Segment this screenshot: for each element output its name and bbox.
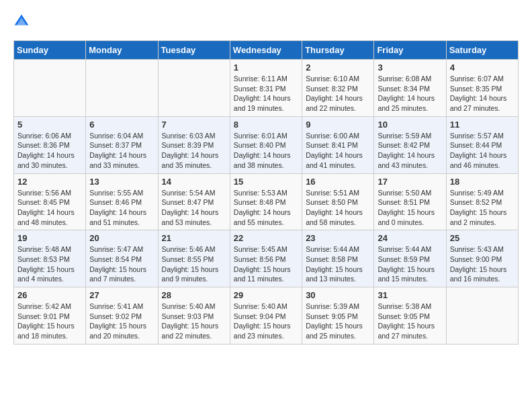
day-of-week-monday: Monday [86,41,158,60]
day-of-week-sunday: Sunday [14,41,86,60]
calendar-table: SundayMondayTuesdayWednesdayThursdayFrid… [13,40,519,345]
calendar-week-4: 19Sunrise: 5:48 AM Sunset: 8:53 PM Dayli… [14,230,519,287]
day-info: Sunrise: 6:06 AM Sunset: 8:36 PM Dayligh… [17,131,82,171]
calendar-cell: 5Sunrise: 6:06 AM Sunset: 8:36 PM Daylig… [14,116,86,173]
day-number: 22 [234,233,298,243]
day-number: 8 [234,120,298,130]
day-info: Sunrise: 5:54 AM Sunset: 8:47 PM Dayligh… [162,188,226,228]
calendar-cell: 7Sunrise: 6:03 AM Sunset: 8:39 PM Daylig… [158,116,230,173]
calendar-cell: 23Sunrise: 5:44 AM Sunset: 8:58 PM Dayli… [302,230,374,287]
calendar-cell: 22Sunrise: 5:45 AM Sunset: 8:56 PM Dayli… [230,230,302,287]
day-number: 14 [162,177,226,187]
day-number: 12 [17,177,82,187]
calendar-cell: 26Sunrise: 5:42 AM Sunset: 9:01 PM Dayli… [14,287,86,345]
day-info: Sunrise: 5:43 AM Sunset: 9:00 PM Dayligh… [450,244,515,284]
day-info: Sunrise: 5:59 AM Sunset: 8:42 PM Dayligh… [378,131,442,171]
day-info: Sunrise: 5:47 AM Sunset: 8:54 PM Dayligh… [89,244,154,284]
day-info: Sunrise: 6:04 AM Sunset: 8:37 PM Dayligh… [89,131,154,171]
calendar-cell: 19Sunrise: 5:48 AM Sunset: 8:53 PM Dayli… [14,230,86,287]
day-number: 31 [378,290,442,300]
calendar-cell: 9Sunrise: 6:00 AM Sunset: 8:41 PM Daylig… [302,116,374,173]
day-info: Sunrise: 5:53 AM Sunset: 8:48 PM Dayligh… [234,188,298,228]
day-number: 15 [234,177,298,187]
day-number: 11 [450,120,515,130]
day-number: 23 [306,233,370,243]
calendar-cell: 12Sunrise: 5:56 AM Sunset: 8:45 PM Dayli… [14,173,86,230]
day-number: 3 [378,62,442,73]
calendar-cell: 15Sunrise: 5:53 AM Sunset: 8:48 PM Dayli… [230,173,302,230]
day-number: 19 [17,233,82,243]
calendar-cell: 11Sunrise: 5:57 AM Sunset: 8:44 PM Dayli… [446,116,518,173]
calendar-cell [158,60,230,117]
day-number: 20 [89,233,154,243]
day-info: Sunrise: 5:45 AM Sunset: 8:56 PM Dayligh… [234,244,298,284]
day-of-week-friday: Friday [374,41,446,60]
calendar-cell: 18Sunrise: 5:49 AM Sunset: 8:52 PM Dayli… [446,173,518,230]
calendar-cell: 30Sunrise: 5:39 AM Sunset: 9:05 PM Dayli… [302,287,374,345]
calendar-cell: 21Sunrise: 5:46 AM Sunset: 8:55 PM Dayli… [158,230,230,287]
calendar-week-1: 1Sunrise: 6:11 AM Sunset: 8:31 PM Daylig… [14,60,519,117]
calendar-cell [446,287,518,345]
calendar-cell: 31Sunrise: 5:38 AM Sunset: 9:05 PM Dayli… [374,287,446,345]
calendar-cell: 25Sunrise: 5:43 AM Sunset: 9:00 PM Dayli… [446,230,518,287]
day-info: Sunrise: 5:44 AM Sunset: 8:58 PM Dayligh… [306,244,370,284]
day-number: 30 [306,290,370,300]
calendar-cell: 16Sunrise: 5:51 AM Sunset: 8:50 PM Dayli… [302,173,374,230]
day-number: 9 [306,120,370,130]
day-info: Sunrise: 6:00 AM Sunset: 8:41 PM Dayligh… [306,131,370,171]
day-info: Sunrise: 5:40 AM Sunset: 9:04 PM Dayligh… [234,302,298,341]
day-info: Sunrise: 6:01 AM Sunset: 8:40 PM Dayligh… [234,131,298,171]
day-info: Sunrise: 5:50 AM Sunset: 8:51 PM Dayligh… [378,188,442,228]
day-number: 18 [450,177,515,187]
day-number: 7 [162,120,226,130]
day-of-week-tuesday: Tuesday [158,41,230,60]
day-of-week-wednesday: Wednesday [230,41,302,60]
day-number: 21 [162,233,226,243]
calendar-cell: 10Sunrise: 5:59 AM Sunset: 8:42 PM Dayli… [374,116,446,173]
day-info: Sunrise: 5:56 AM Sunset: 8:45 PM Dayligh… [17,188,82,228]
day-info: Sunrise: 5:55 AM Sunset: 8:46 PM Dayligh… [89,188,154,228]
page-header [13,13,519,30]
calendar-cell: 17Sunrise: 5:50 AM Sunset: 8:51 PM Dayli… [374,173,446,230]
calendar-cell: 2Sunrise: 6:10 AM Sunset: 8:32 PM Daylig… [302,60,374,117]
day-number: 29 [234,290,298,300]
day-number: 24 [378,233,442,243]
day-number: 2 [306,62,370,73]
day-info: Sunrise: 5:40 AM Sunset: 9:03 PM Dayligh… [162,302,226,341]
day-number: 5 [17,120,82,130]
calendar-cell: 29Sunrise: 5:40 AM Sunset: 9:04 PM Dayli… [230,287,302,345]
day-number: 4 [450,62,515,73]
days-of-week-row: SundayMondayTuesdayWednesdayThursdayFrid… [14,41,519,60]
calendar-cell: 28Sunrise: 5:40 AM Sunset: 9:03 PM Dayli… [158,287,230,345]
day-number: 6 [89,120,154,130]
calendar-cell: 1Sunrise: 6:11 AM Sunset: 8:31 PM Daylig… [230,60,302,117]
day-number: 16 [306,177,370,187]
calendar-cell: 13Sunrise: 5:55 AM Sunset: 8:46 PM Dayli… [86,173,158,230]
day-info: Sunrise: 6:11 AM Sunset: 8:31 PM Dayligh… [234,74,298,113]
calendar-cell: 20Sunrise: 5:47 AM Sunset: 8:54 PM Dayli… [86,230,158,287]
day-of-week-thursday: Thursday [302,41,374,60]
day-number: 10 [378,120,442,130]
day-info: Sunrise: 5:46 AM Sunset: 8:55 PM Dayligh… [162,244,226,284]
day-info: Sunrise: 6:07 AM Sunset: 8:35 PM Dayligh… [450,74,515,113]
calendar-week-5: 26Sunrise: 5:42 AM Sunset: 9:01 PM Dayli… [14,287,519,345]
day-info: Sunrise: 5:57 AM Sunset: 8:44 PM Dayligh… [450,131,515,171]
day-info: Sunrise: 5:48 AM Sunset: 8:53 PM Dayligh… [17,244,82,284]
day-info: Sunrise: 5:39 AM Sunset: 9:05 PM Dayligh… [306,302,370,341]
day-info: Sunrise: 6:08 AM Sunset: 8:34 PM Dayligh… [378,74,442,113]
calendar-cell: 3Sunrise: 6:08 AM Sunset: 8:34 PM Daylig… [374,60,446,117]
day-info: Sunrise: 5:42 AM Sunset: 9:01 PM Dayligh… [17,302,82,341]
day-info: Sunrise: 5:44 AM Sunset: 8:59 PM Dayligh… [378,244,442,284]
day-info: Sunrise: 5:41 AM Sunset: 9:02 PM Dayligh… [89,302,154,341]
calendar-cell: 27Sunrise: 5:41 AM Sunset: 9:02 PM Dayli… [86,287,158,345]
calendar-week-3: 12Sunrise: 5:56 AM Sunset: 8:45 PM Dayli… [14,173,519,230]
day-info: Sunrise: 5:49 AM Sunset: 8:52 PM Dayligh… [450,188,515,228]
day-info: Sunrise: 6:10 AM Sunset: 8:32 PM Dayligh… [306,74,370,113]
day-info: Sunrise: 6:03 AM Sunset: 8:39 PM Dayligh… [162,131,226,171]
calendar-body: 1Sunrise: 6:11 AM Sunset: 8:31 PM Daylig… [14,60,519,345]
calendar-cell [14,60,86,117]
calendar-cell: 6Sunrise: 6:04 AM Sunset: 8:37 PM Daylig… [86,116,158,173]
day-info: Sunrise: 5:51 AM Sunset: 8:50 PM Dayligh… [306,188,370,228]
day-number: 1 [234,62,298,73]
day-of-week-saturday: Saturday [446,41,518,60]
